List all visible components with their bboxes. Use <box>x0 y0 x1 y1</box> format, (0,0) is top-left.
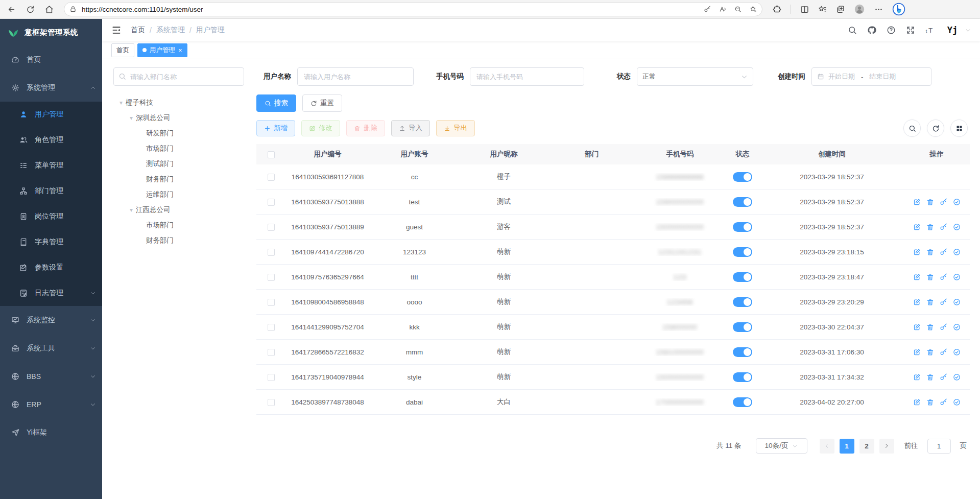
help-icon[interactable] <box>887 26 896 35</box>
row-assign-role-icon[interactable] <box>953 223 961 231</box>
row-checkbox[interactable] <box>268 399 275 406</box>
page-tab[interactable]: 首页 × <box>111 43 134 57</box>
next-page-button[interactable] <box>879 439 894 454</box>
select-all-checkbox[interactable] <box>268 151 275 158</box>
url-bar[interactable]: https://ccnetcore.com:1101/system/user <box>64 2 762 16</box>
row-reset-password-icon[interactable] <box>940 323 947 331</box>
fullscreen-icon[interactable] <box>906 26 915 35</box>
end-date-placeholder[interactable]: 结束日期 <box>869 72 896 81</box>
row-checkbox[interactable] <box>268 299 275 306</box>
tree-node[interactable]: ▾ 测试部门 <box>113 156 244 172</box>
github-icon[interactable] <box>867 26 876 35</box>
row-edit-icon[interactable] <box>913 198 921 206</box>
username-input[interactable] <box>297 67 414 86</box>
import-button[interactable]: 导入 <box>391 120 430 136</box>
url-text[interactable]: https://ccnetcore.com:1101/system/user <box>82 6 699 13</box>
sidebar-item[interactable]: ERP <box>0 390 102 418</box>
row-checkbox[interactable] <box>268 224 275 231</box>
row-edit-icon[interactable] <box>913 323 921 331</box>
sidebar-item[interactable]: 系统监控 <box>0 306 102 334</box>
start-date-placeholder[interactable]: 开始日期 <box>828 72 855 81</box>
export-button[interactable]: 导出 <box>436 120 475 136</box>
page-number-button[interactable]: 1 <box>840 439 854 454</box>
row-delete-icon[interactable] <box>926 373 934 381</box>
bing-chat-icon[interactable] <box>892 3 905 16</box>
user-avatar[interactable]: Yj <box>945 22 960 38</box>
row-assign-role-icon[interactable] <box>953 248 961 256</box>
row-assign-role-icon[interactable] <box>953 323 961 331</box>
row-reset-password-icon[interactable] <box>940 373 947 381</box>
tree-node[interactable]: ▾ 市场部门 <box>113 218 244 233</box>
row-delete-icon[interactable] <box>926 223 934 231</box>
row-checkbox[interactable] <box>268 324 275 331</box>
row-reset-password-icon[interactable] <box>940 298 947 306</box>
status-toggle[interactable] <box>733 197 752 207</box>
row-reset-password-icon[interactable] <box>940 223 947 231</box>
row-delete-icon[interactable] <box>926 348 934 356</box>
phone-input[interactable] <box>470 67 584 86</box>
read-aloud-icon[interactable] <box>719 6 726 13</box>
status-toggle[interactable] <box>733 322 752 332</box>
row-edit-icon[interactable] <box>913 348 921 356</box>
row-assign-role-icon[interactable] <box>953 198 961 206</box>
tree-node[interactable]: ▾ 财务部门 <box>113 233 244 248</box>
tree-node[interactable]: ▾ 江西总公司 <box>113 202 244 218</box>
breadcrumb-home[interactable]: 首页 <box>131 26 145 35</box>
row-assign-role-icon[interactable] <box>953 348 961 356</box>
modify-button[interactable]: 修改 <box>301 120 340 136</box>
page-tab[interactable]: 用户管理 × <box>137 43 187 57</box>
tree-node[interactable]: ▾ 研发部门 <box>113 126 244 141</box>
breadcrumb-system[interactable]: 系统管理 <box>156 26 185 35</box>
delete-button[interactable]: 删除 <box>346 120 385 136</box>
status-select[interactable]: 正常 <box>637 67 753 86</box>
row-delete-icon[interactable] <box>926 298 934 306</box>
header-search-icon[interactable] <box>848 26 857 35</box>
tree-node[interactable]: ▾ 运维部门 <box>113 187 244 202</box>
row-checkbox[interactable] <box>268 199 275 206</box>
sidebar-item[interactable]: BBS <box>0 362 102 390</box>
date-range-picker[interactable]: 开始日期 - 结束日期 <box>811 67 931 86</box>
profile-avatar[interactable] <box>854 4 865 15</box>
font-size-icon[interactable]: tT <box>925 26 935 35</box>
tree-caret-icon[interactable]: ▾ <box>127 113 136 123</box>
row-edit-icon[interactable] <box>913 298 921 306</box>
row-reset-password-icon[interactable] <box>940 273 947 281</box>
row-reset-password-icon[interactable] <box>940 348 947 356</box>
back-icon[interactable] <box>7 5 16 14</box>
prev-page-button[interactable] <box>820 439 834 454</box>
tree-caret-icon[interactable]: ▾ <box>116 98 126 107</box>
row-assign-role-icon[interactable] <box>953 273 961 281</box>
status-toggle[interactable] <box>733 247 752 257</box>
row-reset-password-icon[interactable] <box>940 248 947 256</box>
tree-node[interactable]: ▾ 深圳总公司 <box>113 110 244 126</box>
status-toggle[interactable] <box>733 372 752 382</box>
tab-close-icon[interactable]: × <box>178 47 182 54</box>
table-refresh-button[interactable] <box>927 120 944 137</box>
row-checkbox[interactable] <box>268 249 275 256</box>
status-toggle[interactable] <box>733 222 752 232</box>
sidebar-item[interactable]: 日志管理 <box>0 280 102 306</box>
password-key-icon[interactable] <box>704 6 711 13</box>
row-assign-role-icon[interactable] <box>953 298 961 306</box>
status-toggle[interactable] <box>733 347 752 357</box>
sidebar-item[interactable]: 角色管理 <box>0 127 102 153</box>
sidebar-item[interactable]: 字典管理 <box>0 229 102 255</box>
zoom-out-icon[interactable] <box>734 6 742 13</box>
favorites-icon[interactable] <box>818 5 827 14</box>
add-favorite-icon[interactable] <box>750 6 757 13</box>
reset-button[interactable]: 重置 <box>302 94 342 112</box>
column-settings-button[interactable] <box>950 120 968 137</box>
sidebar-item[interactable]: 系统管理 <box>0 74 102 102</box>
sidebar-item[interactable]: Yi框架 <box>0 418 102 446</box>
row-edit-icon[interactable] <box>913 248 921 256</box>
row-reset-password-icon[interactable] <box>940 198 947 206</box>
page-number-button[interactable]: 2 <box>859 439 874 454</box>
extensions-icon[interactable] <box>773 5 781 14</box>
avatar-caret-icon[interactable] <box>965 28 971 33</box>
dept-search-input[interactable] <box>113 67 244 86</box>
row-edit-icon[interactable] <box>913 273 921 281</box>
sidebar-item[interactable]: 部门管理 <box>0 178 102 204</box>
app-logo[interactable]: 意框架管理系统 <box>0 19 102 45</box>
collections-icon[interactable] <box>836 5 845 14</box>
row-delete-icon[interactable] <box>926 323 934 331</box>
